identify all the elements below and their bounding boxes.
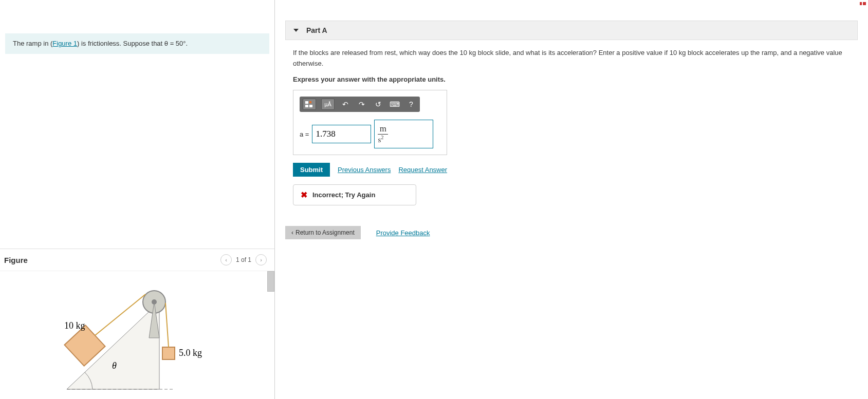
request-answer-link[interactable]: Request Answer [398, 166, 447, 174]
left-panel: The ramp in (Figure 1) is frictionless. … [0, 0, 275, 399]
top-right-square-icon [860, 2, 866, 5]
figure-next-button[interactable]: › [255, 254, 267, 265]
chevron-left-icon: ‹ [291, 229, 293, 236]
figure-section: Figure ‹ 1 of 1 › [0, 249, 274, 399]
figure-body: 10 kg 5.0 kg θ [0, 271, 274, 399]
figure-nav: ‹ 1 of 1 › [220, 254, 267, 265]
question-text: If the blocks are released from rest, wh… [293, 48, 850, 69]
figure-count: 1 of 1 [236, 256, 251, 263]
footer-row: ‹ Return to Assignment Provide Feedback [285, 226, 858, 239]
return-to-assignment-button[interactable]: ‹ Return to Assignment [285, 226, 361, 239]
redo-button[interactable]: ↷ [356, 99, 367, 110]
answer-toolbar: µÅ ↶ ↷ ↺ ⌨ ? [300, 97, 420, 112]
problem-statement: The ramp in (Figure 1) is frictionless. … [5, 33, 269, 54]
templates-button[interactable] [303, 99, 316, 110]
figure-header: Figure ‹ 1 of 1 › [0, 249, 274, 271]
feedback-text: Incorrect; Try Again [312, 191, 375, 199]
reset-button[interactable]: ↺ [373, 99, 384, 110]
problem-text-prefix: The ramp in ( [13, 40, 52, 47]
unit-numerator: m [378, 124, 388, 135]
figure-title: Figure [4, 256, 28, 264]
ramp-diagram: 10 kg 5.0 kg θ [0, 271, 267, 399]
answer-box: µÅ ↶ ↷ ↺ ⌨ ? a = m s2 [293, 90, 447, 155]
keyboard-button[interactable]: ⌨ [389, 99, 400, 110]
part-header[interactable]: Part A [285, 21, 858, 40]
incorrect-x-icon: ✖ [301, 190, 307, 200]
part-title: Part A [306, 26, 327, 34]
svg-rect-9 [305, 101, 308, 104]
answer-value-input[interactable] [312, 125, 371, 143]
mass1-label: 10 kg [64, 320, 85, 331]
submit-button[interactable]: Submit [293, 163, 330, 177]
problem-text-suffix: ) is frictionless. Suppose that θ = 50°. [77, 40, 188, 47]
figure-prev-button[interactable]: ‹ [220, 254, 232, 265]
right-panel: Part A If the blocks are released from r… [275, 0, 868, 399]
question-area: If the blocks are released from rest, wh… [275, 48, 868, 205]
undo-button[interactable]: ↶ [340, 99, 351, 110]
answer-label: a = [300, 130, 309, 138]
svg-rect-12 [309, 105, 312, 107]
figure-scroll-thumb[interactable] [267, 271, 274, 292]
angle-label: θ [112, 360, 117, 371]
svg-rect-10 [309, 101, 311, 103]
svg-rect-11 [305, 105, 308, 107]
svg-line-8 [165, 303, 169, 347]
answer-line: a = m s2 [300, 120, 440, 148]
return-label: Return to Assignment [296, 229, 355, 236]
answer-unit-input[interactable]: m s2 [374, 120, 433, 148]
help-button[interactable]: ? [405, 99, 417, 110]
question-instruction: Express your answer with the appropriate… [293, 74, 850, 85]
svg-rect-7 [162, 347, 175, 359]
mass2-label: 5.0 kg [179, 348, 202, 358]
special-chars-button[interactable]: µÅ [321, 99, 335, 110]
collapse-caret-icon [293, 29, 299, 32]
provide-feedback-link[interactable]: Provide Feedback [376, 229, 430, 237]
previous-answers-link[interactable]: Previous Answers [338, 166, 391, 174]
feedback-box: ✖ Incorrect; Try Again [293, 184, 416, 205]
action-row: Submit Previous Answers Request Answer [293, 163, 850, 177]
unit-denominator: s2 [378, 135, 383, 144]
figure-link[interactable]: Figure 1 [52, 40, 77, 47]
